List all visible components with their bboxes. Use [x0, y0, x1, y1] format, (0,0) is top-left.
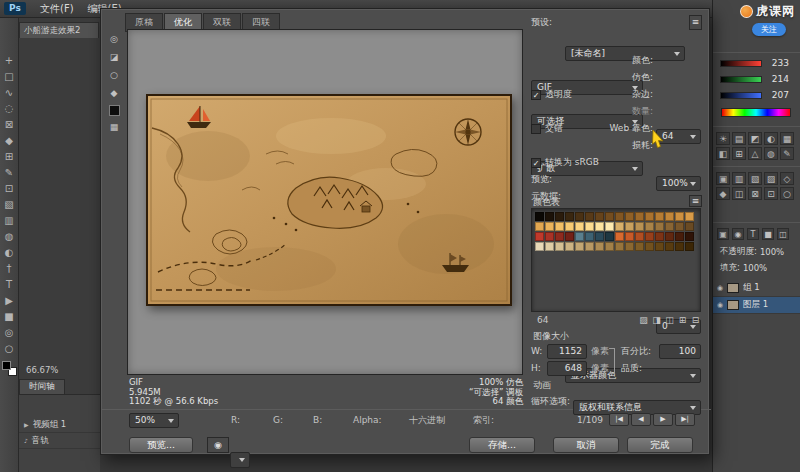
layer-visibility-icon[interactable]: ◉	[717, 301, 723, 309]
style-swatch-icon[interactable]: ○	[780, 187, 794, 200]
color-swatch[interactable]	[685, 242, 694, 251]
green-channel-slider[interactable]	[720, 76, 762, 83]
zoom-level-select[interactable]: 50%	[129, 413, 179, 428]
color-swatch[interactable]	[625, 222, 634, 231]
color-swatch[interactable]	[675, 222, 684, 231]
filter-kind-smartobject-icon[interactable]: ◫	[777, 228, 789, 240]
done-button[interactable]: 完成	[627, 437, 693, 453]
color-swatch[interactable]	[585, 232, 594, 241]
clone-stamp-tool-icon[interactable]: ⊡	[2, 182, 17, 195]
color-swatch[interactable]	[615, 242, 624, 251]
foreground-color-swatch[interactable]	[2, 361, 11, 370]
color-swatch[interactable]	[555, 222, 564, 231]
color-swatch[interactable]	[635, 242, 644, 251]
zoom-tool-icon[interactable]: ○	[2, 342, 17, 355]
color-swatch[interactable]	[575, 232, 584, 241]
color-swatch[interactable]	[665, 212, 674, 221]
color-swatch[interactable]	[595, 222, 604, 231]
color-swatch[interactable]	[645, 232, 654, 241]
color-spectrum-ramp[interactable]	[721, 108, 791, 117]
color-table-menu-button[interactable]: ≡	[689, 195, 702, 207]
color-swatch[interactable]	[605, 222, 614, 231]
lock-color-icon[interactable]: ◫	[663, 314, 676, 326]
color-swatch[interactable]	[645, 212, 654, 221]
style-swatch-icon[interactable]: ▣	[716, 172, 730, 185]
color-swatch[interactable]	[655, 232, 664, 241]
color-swatch[interactable]	[595, 212, 604, 221]
color-swatch[interactable]	[555, 232, 564, 241]
quick-selection-tool-icon[interactable]: ◌	[2, 102, 17, 115]
red-channel-slider[interactable]	[720, 60, 762, 67]
dither-select[interactable]: 100%	[656, 176, 701, 191]
preview-in-browser-button[interactable]: 预览...	[129, 437, 193, 453]
gradient-tool-icon[interactable]: ▥	[2, 214, 17, 227]
document-tab[interactable]: 小船游走效果2	[19, 22, 99, 38]
color-swatch[interactable]	[575, 222, 584, 231]
exposure-adjustment-icon[interactable]: ◐	[764, 132, 778, 145]
document-zoom-level[interactable]: 66.67%	[26, 365, 58, 375]
color-swatch[interactable]	[535, 222, 544, 231]
color-swatch[interactable]	[655, 242, 664, 251]
toggle-slices-visibility-icon[interactable]: ▦	[107, 121, 121, 134]
shape-tool-icon[interactable]: ■	[2, 310, 17, 323]
layer-row-group[interactable]: ◉ 组 1	[713, 280, 800, 297]
style-swatch-icon[interactable]: ◇	[780, 172, 794, 185]
hand-tool-icon[interactable]: ◎	[107, 33, 121, 46]
color-swatch[interactable]	[615, 222, 624, 231]
style-swatch-icon[interactable]: ▨	[764, 172, 778, 185]
eyedropper-tool-icon[interactable]: ◆	[2, 134, 17, 147]
color-swatch[interactable]	[665, 222, 674, 231]
web-shift-color-icon[interactable]: ◨	[650, 314, 663, 326]
timeline-audio-track-row[interactable]: ♪ 音轨	[19, 433, 100, 449]
fill-value[interactable]: 100%	[743, 263, 767, 273]
first-frame-button[interactable]: |◀	[609, 413, 629, 426]
color-swatch[interactable]	[595, 232, 604, 241]
color-swatch[interactable]	[665, 232, 674, 241]
color-swatch[interactable]	[585, 222, 594, 231]
filter-kind-type-icon[interactable]: T	[747, 228, 759, 240]
color-swatch[interactable]	[565, 222, 574, 231]
color-swatch[interactable]	[645, 242, 654, 251]
color-swatch[interactable]	[685, 212, 694, 221]
interlaced-checkbox[interactable]	[531, 124, 541, 134]
path-selection-tool-icon[interactable]: ▶	[2, 294, 17, 307]
color-swatch[interactable]	[655, 212, 664, 221]
transparency-checkbox-row[interactable]: ✓ 透明度	[531, 87, 572, 102]
filter-kind-shape-icon[interactable]: ■	[762, 228, 774, 240]
color-swatch[interactable]	[545, 222, 554, 231]
blur-tool-icon[interactable]: ◍	[2, 230, 17, 243]
color-swatch[interactable]	[635, 232, 644, 241]
crop-tool-icon[interactable]: ⊠	[2, 118, 17, 131]
opacity-row[interactable]: 不透明度: 100%	[720, 246, 784, 258]
type-tool-icon[interactable]: T	[2, 278, 17, 291]
hue-saturation-adjustment-icon[interactable]: ◧	[716, 147, 730, 160]
map-transparency-icon[interactable]: ▨	[637, 314, 650, 326]
slice-select-tool-icon[interactable]: ◪	[107, 51, 121, 64]
color-swatch[interactable]	[565, 242, 574, 251]
cancel-button[interactable]: 取消	[553, 437, 619, 453]
last-frame-button[interactable]: ▶|	[675, 413, 695, 426]
optimized-preview-pane[interactable]	[127, 29, 523, 375]
height-input[interactable]: 648	[547, 361, 587, 376]
new-color-icon[interactable]: ⊞	[676, 314, 689, 326]
color-swatch[interactable]	[545, 232, 554, 241]
srgb-checkbox-row[interactable]: ✓ 转换为 sRGB	[531, 155, 599, 170]
color-swatch[interactable]	[555, 212, 564, 221]
color-swatch[interactable]	[535, 242, 544, 251]
browser-preview-icon[interactable]: ◉	[207, 437, 229, 453]
srgb-checkbox[interactable]: ✓	[531, 158, 541, 168]
color-swatch[interactable]	[625, 242, 634, 251]
blue-slider-row[interactable]: 207	[720, 90, 789, 100]
style-swatch-icon[interactable]: ▥	[732, 172, 746, 185]
optimize-menu-button[interactable]: ≡	[689, 15, 702, 30]
style-swatch-icon[interactable]: ⊡	[764, 187, 778, 200]
interlaced-checkbox-row[interactable]: 交错	[531, 121, 563, 136]
green-slider-row[interactable]: 214	[720, 74, 789, 84]
blue-channel-slider[interactable]	[720, 92, 762, 99]
next-frame-button[interactable]: ▶	[653, 413, 673, 426]
color-swatch[interactable]	[635, 212, 644, 221]
color-swatch[interactable]	[545, 212, 554, 221]
hand-tool-icon[interactable]: ◎	[2, 326, 17, 339]
color-swatch[interactable]	[635, 222, 644, 231]
save-button[interactable]: 存储...	[469, 437, 535, 453]
